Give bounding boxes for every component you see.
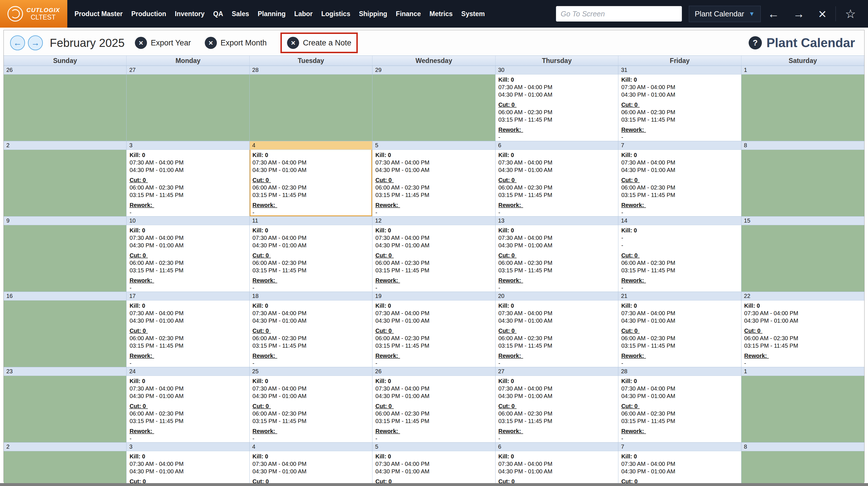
calendar-day-cell[interactable]: 14Kill: 0--Cut: 006:00 AM - 02:30 PM03:1… — [618, 217, 741, 292]
rework-label: Rework: — [375, 277, 493, 284]
nav-item-shipping[interactable]: Shipping — [354, 10, 392, 18]
calendar-day-cell[interactable]: 9 — [4, 217, 127, 292]
nav-item-system[interactable]: System — [457, 10, 489, 18]
day-schedule: Kill: 007:30 AM - 04:00 PM04:30 PM - 01:… — [372, 451, 495, 486]
kill-label: Kill: 0 — [252, 151, 370, 159]
day-header-sunday: Sunday — [4, 56, 127, 66]
day-number: 16 — [4, 292, 126, 301]
calendar-day-cell[interactable]: 30Kill: 007:30 AM - 04:00 PM04:30 PM - 0… — [496, 66, 618, 141]
calendar-day-cell[interactable]: 5Kill: 007:30 AM - 04:00 PM04:30 PM - 01… — [372, 443, 495, 486]
calendar-day-cell[interactable]: 7Kill: 007:30 AM - 04:00 PM04:30 PM - 01… — [618, 443, 741, 486]
calendar-day-cell[interactable]: 28Kill: 007:30 AM - 04:00 PM04:30 PM - 0… — [618, 367, 741, 443]
nav-item-product-master[interactable]: Product Master — [70, 10, 127, 18]
nav-item-logistics[interactable]: Logistics — [317, 10, 354, 18]
cut-label-text: Cut: 0 — [498, 101, 516, 109]
day-schedule: Kill: 007:30 AM - 04:00 PM04:30 PM - 01:… — [372, 225, 495, 292]
day-number: 23 — [4, 367, 126, 376]
day-number: 7 — [618, 141, 741, 150]
next-arrow-icon: → — [31, 38, 40, 48]
calendar-day-cell[interactable]: 26Kill: 007:30 AM - 04:00 PM04:30 PM - 0… — [372, 367, 495, 443]
go-to-screen-input[interactable] — [556, 6, 682, 22]
calendar-day-cell[interactable]: 8 — [741, 443, 864, 486]
next-month-button[interactable]: → — [28, 35, 43, 50]
day-header-wednesday: Wednesday — [372, 56, 495, 66]
forward-button[interactable]: → — [786, 7, 811, 21]
calendar-day-cell[interactable]: 10Kill: 007:30 AM - 04:00 PM04:30 PM - 0… — [127, 217, 249, 292]
calendar-day-cell[interactable]: 17Kill: 007:30 AM - 04:00 PM04:30 PM - 0… — [127, 292, 249, 367]
nav-item-planning[interactable]: Planning — [253, 10, 290, 18]
top-navbar: CUTLOGIX CLTEST Product MasterProduction… — [0, 0, 868, 28]
cutlogix-logo-icon — [7, 6, 23, 22]
rework-label-text: Rework: — [375, 427, 399, 435]
calendar-day-cell[interactable]: 5Kill: 007:30 AM - 04:00 PM04:30 PM - 01… — [372, 141, 495, 217]
nav-item-inventory[interactable]: Inventory — [170, 10, 209, 18]
calendar-day-cell[interactable]: 27Kill: 007:30 AM - 04:00 PM04:30 PM - 0… — [496, 367, 618, 443]
nav-item-production[interactable]: Production — [127, 10, 170, 18]
day-schedule: Kill: 007:30 AM - 04:00 PM04:30 PM - 01:… — [618, 150, 741, 216]
calendar-day-cell[interactable]: 4Kill: 007:30 AM - 04:00 PM04:30 PM - 01… — [250, 141, 372, 217]
nav-item-labor[interactable]: Labor — [290, 10, 317, 18]
cut-shift-time: 06:00 AM - 02:30 PM — [621, 184, 739, 191]
calendar-day-cell[interactable]: 2 — [4, 141, 127, 217]
nav-item-qa[interactable]: QA — [209, 10, 227, 18]
favorite-button[interactable]: ☆ — [838, 7, 863, 21]
calendar-day-cell[interactable]: 3Kill: 007:30 AM - 04:00 PM04:30 PM - 01… — [127, 443, 249, 486]
rework-label: Rework: — [375, 352, 493, 360]
kill-shift-time: 07:30 AM - 04:00 PM — [621, 385, 739, 392]
calendar-day-cell[interactable]: 2 — [4, 443, 127, 486]
calendar-day-cell[interactable]: 26 — [4, 66, 127, 141]
calendar-day-cell[interactable]: 3Kill: 007:30 AM - 04:00 PM04:30 PM - 01… — [127, 141, 249, 217]
export-year-button[interactable]: × Export Year — [135, 37, 191, 49]
rework-value: - — [621, 209, 739, 216]
export-month-button[interactable]: × Export Month — [205, 37, 267, 49]
calendar-day-cell[interactable]: 1 — [741, 367, 864, 443]
brand-block[interactable]: CUTLOGIX CLTEST — [0, 0, 67, 28]
calendar-day-cell[interactable]: 6Kill: 007:30 AM - 04:00 PM04:30 PM - 01… — [496, 141, 618, 217]
back-button[interactable]: ← — [761, 7, 786, 21]
calendar-day-cell[interactable]: 7Kill: 007:30 AM - 04:00 PM04:30 PM - 01… — [618, 141, 741, 217]
nav-item-finance[interactable]: Finance — [392, 10, 425, 18]
calendar-day-cell[interactable]: 16 — [4, 292, 127, 367]
calendar-day-cell[interactable]: 27 — [127, 66, 249, 141]
calendar-day-cell[interactable]: 12Kill: 007:30 AM - 04:00 PM04:30 PM - 0… — [372, 217, 495, 292]
calendar-day-cell[interactable]: 20Kill: 007:30 AM - 04:00 PM04:30 PM - 0… — [496, 292, 618, 367]
calendar-day-cell[interactable]: 1 — [741, 66, 864, 141]
calendar-day-cell[interactable]: 23 — [4, 367, 127, 443]
calendar-day-cell[interactable]: 11Kill: 007:30 AM - 04:00 PM04:30 PM - 0… — [250, 217, 372, 292]
cut-shift-time: 03:15 PM - 11:45 PM — [498, 267, 616, 274]
calendar-day-cell[interactable]: 8 — [741, 141, 864, 217]
calendar-day-cell[interactable]: 22Kill: 007:30 AM - 04:00 PM04:30 PM - 0… — [741, 292, 864, 367]
calendar-day-cell[interactable]: 4Kill: 007:30 AM - 04:00 PM04:30 PM - 01… — [250, 443, 372, 486]
rework-label-text: Rework: — [252, 277, 276, 284]
calendar-day-cell[interactable]: 31Kill: 007:30 AM - 04:00 PM04:30 PM - 0… — [618, 66, 741, 141]
close-icon: × — [818, 6, 826, 22]
calendar-day-cell[interactable]: 13Kill: 007:30 AM - 04:00 PM04:30 PM - 0… — [496, 217, 618, 292]
calendar-day-cell[interactable]: 25Kill: 007:30 AM - 04:00 PM04:30 PM - 0… — [250, 367, 372, 443]
calendar-day-cell[interactable]: 29 — [372, 66, 495, 141]
rework-label: Rework: — [129, 427, 247, 435]
previous-month-button[interactable]: ← — [10, 35, 25, 50]
create-note-button[interactable]: × Create a Note — [287, 37, 351, 49]
rework-value: - — [129, 360, 247, 367]
nav-item-metrics[interactable]: Metrics — [425, 10, 457, 18]
calendar-day-cell[interactable]: 6Kill: 007:30 AM - 04:00 PM04:30 PM - 01… — [496, 443, 618, 486]
cut-shift-time: 03:15 PM - 11:45 PM — [252, 267, 370, 274]
day-number: 29 — [372, 66, 495, 74]
calendar-day-cell[interactable]: 21Kill: 007:30 AM - 04:00 PM04:30 PM - 0… — [618, 292, 741, 367]
rework-value: - — [621, 284, 739, 292]
cut-shift-time: 06:00 AM - 02:30 PM — [375, 334, 493, 342]
calendar-day-cell[interactable]: 18Kill: 007:30 AM - 04:00 PM04:30 PM - 0… — [250, 292, 372, 367]
calendar-day-cell[interactable]: 24Kill: 007:30 AM - 04:00 PM04:30 PM - 0… — [127, 367, 249, 443]
rework-label-text: Rework: — [129, 352, 153, 360]
calendar-day-cell[interactable]: 15 — [741, 217, 864, 292]
calendar-day-cell[interactable]: 28 — [250, 66, 372, 141]
calendar-day-cell[interactable]: 19Kill: 007:30 AM - 04:00 PM04:30 PM - 0… — [372, 292, 495, 367]
help-button[interactable]: ? — [749, 36, 762, 50]
close-button[interactable]: × — [811, 6, 833, 22]
rework-label: Rework: — [129, 352, 247, 360]
cut-label: Cut: 0 — [498, 252, 616, 259]
screen-dropdown[interactable]: Plant Calendar ▼ — [689, 6, 761, 22]
kill-label: Kill: 0 — [129, 226, 247, 234]
nav-item-sales[interactable]: Sales — [227, 10, 253, 18]
cut-shift-time: 06:00 AM - 02:30 PM — [498, 109, 616, 116]
